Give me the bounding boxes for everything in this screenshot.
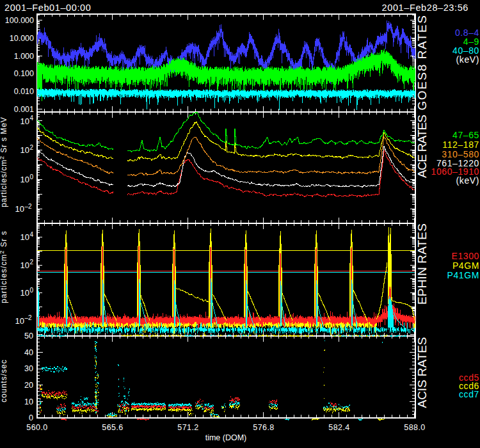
- svg-text:GOES8 RATES: GOES8 RATES: [415, 15, 429, 111]
- svg-text:(keV): (keV): [456, 54, 479, 65]
- svg-text:582.4: 582.4: [328, 423, 349, 432]
- svg-text:10: 10: [20, 288, 29, 298]
- svg-text:4: 4: [30, 231, 34, 238]
- svg-text:10: 10: [24, 397, 33, 406]
- svg-text:2001–Feb28–23:56: 2001–Feb28–23:56: [382, 3, 468, 13]
- svg-text:50: 50: [24, 332, 33, 340]
- svg-text:2: 2: [30, 144, 34, 151]
- svg-text:588.0: 588.0: [404, 423, 425, 432]
- svg-text:particles/cm2 Sr s: particles/cm2 Sr s: [0, 230, 8, 303]
- svg-text:P4GM: P4GM: [452, 260, 479, 271]
- svg-text:time (DOM): time (DOM): [205, 433, 247, 442]
- svg-text:ccd7: ccd7: [459, 389, 479, 399]
- svg-text:560.0: 560.0: [26, 423, 47, 432]
- svg-text:P41GM: P41GM: [447, 270, 479, 280]
- svg-text:0.010: 0.010: [14, 87, 34, 96]
- svg-text:2001–Feb01–00:00: 2001–Feb01–00:00: [4, 3, 91, 13]
- svg-text:112–187: 112–187: [442, 140, 479, 150]
- svg-text:40: 40: [24, 348, 33, 357]
- svg-text:565.6: 565.6: [102, 423, 123, 432]
- svg-text:10: 10: [15, 204, 24, 214]
- svg-text:0: 0: [29, 413, 33, 422]
- svg-text:10: 10: [20, 116, 29, 126]
- svg-text:–2: –2: [25, 203, 33, 210]
- svg-text:counts/sec: counts/sec: [0, 359, 8, 402]
- svg-text:EPHIN RATES: EPHIN RATES: [415, 223, 429, 305]
- svg-text:10: 10: [20, 145, 29, 155]
- svg-text:2: 2: [30, 259, 34, 266]
- svg-text:E1300: E1300: [452, 251, 479, 261]
- svg-text:47–65: 47–65: [452, 130, 479, 140]
- svg-text:ACE RATES: ACE RATES: [415, 115, 429, 178]
- svg-text:10.000: 10.000: [10, 34, 34, 43]
- svg-text:0.100: 0.100: [14, 69, 34, 78]
- svg-text:576.8: 576.8: [253, 423, 274, 432]
- svg-text:10: 10: [20, 175, 29, 184]
- svg-text:10: 10: [20, 260, 29, 270]
- svg-text:(keV): (keV): [456, 175, 479, 186]
- svg-text:0: 0: [30, 173, 34, 180]
- svg-text:0: 0: [30, 287, 34, 294]
- svg-text:10: 10: [20, 232, 29, 242]
- svg-text:0.001: 0.001: [14, 105, 34, 114]
- svg-text:–2: –2: [25, 314, 33, 321]
- svg-text:10: 10: [15, 316, 24, 326]
- svg-text:4: 4: [30, 115, 34, 122]
- svg-text:20: 20: [24, 381, 33, 390]
- svg-text:ACIS RATES: ACIS RATES: [415, 337, 429, 408]
- svg-text:1.000: 1.000: [14, 52, 34, 61]
- svg-text:571.2: 571.2: [177, 423, 198, 432]
- svg-text:100.000: 100.000: [5, 16, 34, 25]
- svg-text:30: 30: [24, 364, 33, 373]
- svg-text:particles/cm2 Sr s MeV: particles/cm2 Sr s MeV: [0, 116, 8, 207]
